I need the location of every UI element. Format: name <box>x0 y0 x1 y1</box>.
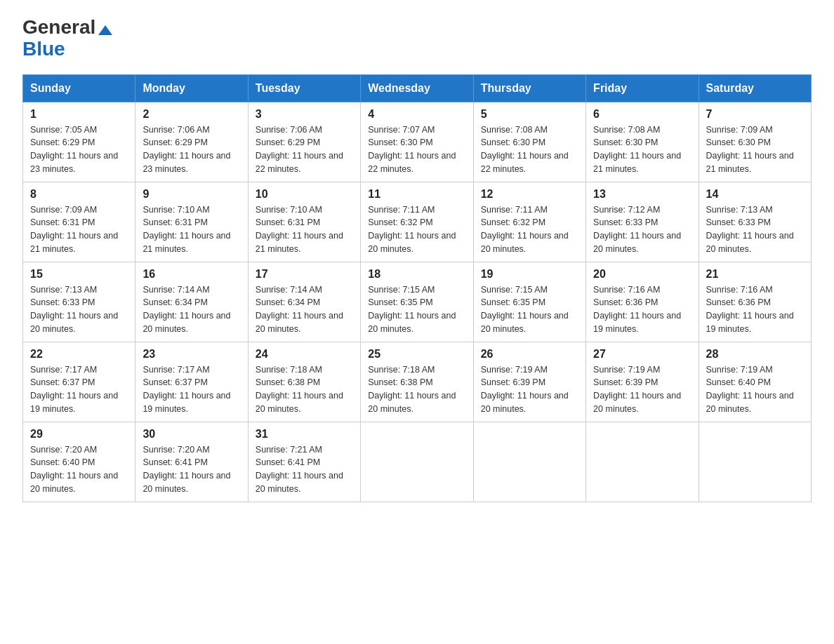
calendar-cell: 4Sunrise: 7:07 AMSunset: 6:30 PMDaylight… <box>361 102 473 182</box>
calendar-week-4: 22Sunrise: 7:17 AMSunset: 6:37 PMDayligh… <box>23 342 812 422</box>
day-number: 9 <box>143 188 240 201</box>
day-number: 22 <box>30 348 128 361</box>
header-row: Sunday Monday Tuesday Wednesday Thursday… <box>23 74 812 102</box>
calendar-cell <box>361 422 473 502</box>
calendar-cell: 19Sunrise: 7:15 AMSunset: 6:35 PMDayligh… <box>473 262 585 342</box>
calendar-cell: 20Sunrise: 7:16 AMSunset: 6:36 PMDayligh… <box>586 262 699 342</box>
header-saturday: Saturday <box>699 74 811 102</box>
day-number: 1 <box>30 108 128 121</box>
header-tuesday: Tuesday <box>248 74 360 102</box>
calendar-cell: 9Sunrise: 7:10 AMSunset: 6:31 PMDaylight… <box>135 182 248 262</box>
calendar-cell: 8Sunrise: 7:09 AMSunset: 6:31 PMDaylight… <box>23 182 135 262</box>
logo: General Blue <box>22 17 112 60</box>
calendar-cell: 29Sunrise: 7:20 AMSunset: 6:40 PMDayligh… <box>23 422 135 502</box>
header-monday: Monday <box>135 74 248 102</box>
day-number: 16 <box>143 268 240 281</box>
calendar-cell: 15Sunrise: 7:13 AMSunset: 6:33 PMDayligh… <box>23 262 135 342</box>
logo-general: General <box>22 17 112 39</box>
day-info: Sunrise: 7:11 AMSunset: 6:32 PMDaylight:… <box>481 203 578 256</box>
calendar-cell: 11Sunrise: 7:11 AMSunset: 6:32 PMDayligh… <box>361 182 473 262</box>
calendar-cell: 6Sunrise: 7:08 AMSunset: 6:30 PMDaylight… <box>586 102 699 182</box>
calendar-cell: 31Sunrise: 7:21 AMSunset: 6:41 PMDayligh… <box>248 422 360 502</box>
day-info: Sunrise: 7:08 AMSunset: 6:30 PMDaylight:… <box>593 123 691 176</box>
day-info: Sunrise: 7:17 AMSunset: 6:37 PMDaylight:… <box>143 363 240 416</box>
calendar-week-1: 1Sunrise: 7:05 AMSunset: 6:29 PMDaylight… <box>23 102 812 182</box>
day-info: Sunrise: 7:17 AMSunset: 6:37 PMDaylight:… <box>30 363 128 416</box>
calendar-cell: 21Sunrise: 7:16 AMSunset: 6:36 PMDayligh… <box>699 262 811 342</box>
calendar-cell: 26Sunrise: 7:19 AMSunset: 6:39 PMDayligh… <box>473 342 585 422</box>
day-info: Sunrise: 7:09 AMSunset: 6:30 PMDaylight:… <box>706 123 804 176</box>
day-number: 17 <box>256 268 353 281</box>
day-info: Sunrise: 7:18 AMSunset: 6:38 PMDaylight:… <box>368 363 465 416</box>
calendar-cell: 28Sunrise: 7:19 AMSunset: 6:40 PMDayligh… <box>699 342 811 422</box>
day-number: 26 <box>481 348 578 361</box>
calendar-cell: 10Sunrise: 7:10 AMSunset: 6:31 PMDayligh… <box>248 182 360 262</box>
day-info: Sunrise: 7:14 AMSunset: 6:34 PMDaylight:… <box>143 283 240 336</box>
day-number: 20 <box>593 268 691 281</box>
day-number: 14 <box>706 188 804 201</box>
day-number: 27 <box>593 348 691 361</box>
day-number: 7 <box>706 108 804 121</box>
calendar-cell: 5Sunrise: 7:08 AMSunset: 6:30 PMDaylight… <box>473 102 585 182</box>
calendar-cell <box>473 422 585 502</box>
day-info: Sunrise: 7:15 AMSunset: 6:35 PMDaylight:… <box>368 283 465 336</box>
day-number: 28 <box>706 348 804 361</box>
day-info: Sunrise: 7:16 AMSunset: 6:36 PMDaylight:… <box>593 283 691 336</box>
day-info: Sunrise: 7:09 AMSunset: 6:31 PMDaylight:… <box>30 203 128 256</box>
day-number: 13 <box>593 188 691 201</box>
calendar-week-2: 8Sunrise: 7:09 AMSunset: 6:31 PMDaylight… <box>23 182 812 262</box>
day-info: Sunrise: 7:21 AMSunset: 6:41 PMDaylight:… <box>256 443 353 496</box>
day-number: 21 <box>706 268 804 281</box>
day-info: Sunrise: 7:10 AMSunset: 6:31 PMDaylight:… <box>143 203 240 256</box>
day-info: Sunrise: 7:15 AMSunset: 6:35 PMDaylight:… <box>481 283 578 336</box>
header-thursday: Thursday <box>473 74 585 102</box>
day-number: 3 <box>256 108 353 121</box>
day-number: 31 <box>256 428 353 441</box>
day-info: Sunrise: 7:13 AMSunset: 6:33 PMDaylight:… <box>706 203 804 256</box>
day-number: 12 <box>481 188 578 201</box>
day-info: Sunrise: 7:19 AMSunset: 6:40 PMDaylight:… <box>706 363 804 416</box>
day-info: Sunrise: 7:19 AMSunset: 6:39 PMDaylight:… <box>593 363 691 416</box>
day-number: 6 <box>593 108 691 121</box>
day-number: 4 <box>368 108 465 121</box>
page-header: General Blue <box>22 17 812 60</box>
header-wednesday: Wednesday <box>361 74 473 102</box>
calendar-cell: 27Sunrise: 7:19 AMSunset: 6:39 PMDayligh… <box>586 342 699 422</box>
day-info: Sunrise: 7:06 AMSunset: 6:29 PMDaylight:… <box>256 123 353 176</box>
calendar-cell: 30Sunrise: 7:20 AMSunset: 6:41 PMDayligh… <box>135 422 248 502</box>
logo-text: General Blue <box>22 17 112 60</box>
day-number: 2 <box>143 108 240 121</box>
day-info: Sunrise: 7:06 AMSunset: 6:29 PMDaylight:… <box>143 123 240 176</box>
calendar-cell: 12Sunrise: 7:11 AMSunset: 6:32 PMDayligh… <box>473 182 585 262</box>
day-number: 15 <box>30 268 128 281</box>
day-number: 29 <box>30 428 128 441</box>
calendar-week-3: 15Sunrise: 7:13 AMSunset: 6:33 PMDayligh… <box>23 262 812 342</box>
calendar-cell: 3Sunrise: 7:06 AMSunset: 6:29 PMDaylight… <box>248 102 360 182</box>
calendar-cell: 24Sunrise: 7:18 AMSunset: 6:38 PMDayligh… <box>248 342 360 422</box>
day-number: 25 <box>368 348 465 361</box>
calendar-cell: 22Sunrise: 7:17 AMSunset: 6:37 PMDayligh… <box>23 342 135 422</box>
calendar-cell: 23Sunrise: 7:17 AMSunset: 6:37 PMDayligh… <box>135 342 248 422</box>
day-number: 10 <box>256 188 353 201</box>
day-number: 18 <box>368 268 465 281</box>
day-info: Sunrise: 7:13 AMSunset: 6:33 PMDaylight:… <box>30 283 128 336</box>
calendar-table: Sunday Monday Tuesday Wednesday Thursday… <box>22 74 812 502</box>
calendar-cell <box>699 422 811 502</box>
calendar-cell: 13Sunrise: 7:12 AMSunset: 6:33 PMDayligh… <box>586 182 699 262</box>
day-info: Sunrise: 7:10 AMSunset: 6:31 PMDaylight:… <box>256 203 353 256</box>
header-sunday: Sunday <box>23 74 135 102</box>
day-info: Sunrise: 7:05 AMSunset: 6:29 PMDaylight:… <box>30 123 128 176</box>
calendar-cell: 16Sunrise: 7:14 AMSunset: 6:34 PMDayligh… <box>135 262 248 342</box>
calendar-body: 1Sunrise: 7:05 AMSunset: 6:29 PMDaylight… <box>23 102 812 502</box>
day-info: Sunrise: 7:07 AMSunset: 6:30 PMDaylight:… <box>368 123 465 176</box>
calendar-cell: 25Sunrise: 7:18 AMSunset: 6:38 PMDayligh… <box>361 342 473 422</box>
header-friday: Friday <box>586 74 699 102</box>
day-info: Sunrise: 7:20 AMSunset: 6:40 PMDaylight:… <box>30 443 128 496</box>
day-number: 8 <box>30 188 128 201</box>
logo-blue: Blue <box>22 39 112 60</box>
day-number: 5 <box>481 108 578 121</box>
day-number: 23 <box>143 348 240 361</box>
day-info: Sunrise: 7:20 AMSunset: 6:41 PMDaylight:… <box>143 443 240 496</box>
day-number: 19 <box>481 268 578 281</box>
day-info: Sunrise: 7:18 AMSunset: 6:38 PMDaylight:… <box>256 363 353 416</box>
